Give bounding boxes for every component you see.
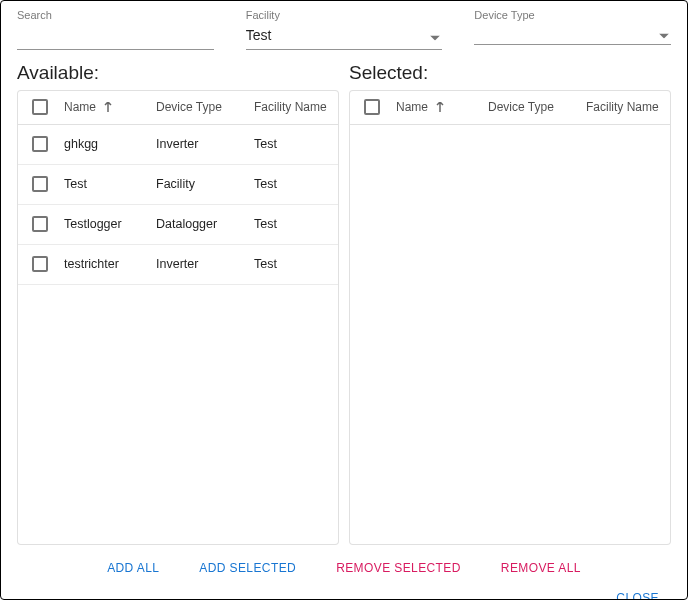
facility-field: Facility Test [246,9,443,50]
row-checkbox[interactable] [32,216,48,232]
col-device-header[interactable]: Device Type [488,100,554,114]
filters-bar: Search Facility Test Device Type [17,9,671,50]
actions-row: ADD ALL ADD SELECTED REMOVE SELECTED REM… [17,555,671,581]
search-field: Search [17,9,214,50]
cell-name: ghkgg [58,124,150,164]
cell-name: Test [58,164,150,204]
cell-facility: Test [248,204,338,244]
table-row[interactable]: Testlogger Datalogger Test [18,204,338,244]
select-all-checkbox[interactable] [364,99,380,115]
row-checkbox[interactable] [32,176,48,192]
cell-name: testrichter [58,244,150,284]
cell-facility: Test [248,124,338,164]
facility-select[interactable]: Test [246,23,443,50]
cell-device: Datalogger [150,204,248,244]
selected-panel: Selected: Name Device Type [349,58,671,545]
col-name-header[interactable]: Name [396,100,428,114]
col-device-header[interactable]: Device Type [156,100,222,114]
available-title: Available: [17,62,339,84]
col-name-header[interactable]: Name [64,100,96,114]
available-table: Name Device Type Facility Name [17,90,339,545]
col-facility-header[interactable]: Facility Name [254,100,327,114]
available-panel: Available: Name Device Type [17,58,339,545]
remove-selected-button[interactable]: REMOVE SELECTED [328,555,469,581]
table-row[interactable]: testrichter Inverter Test [18,244,338,284]
select-all-checkbox[interactable] [32,99,48,115]
device-type-value [474,23,671,44]
cell-facility: Test [248,164,338,204]
add-selected-button[interactable]: ADD SELECTED [191,555,304,581]
device-type-field: Device Type [474,9,671,50]
facility-label: Facility [246,9,443,21]
row-checkbox[interactable] [32,256,48,272]
close-button[interactable]: CLOSE [608,585,667,600]
remove-all-button[interactable]: REMOVE ALL [493,555,589,581]
sort-asc-icon [103,101,113,115]
selected-title: Selected: [349,62,671,84]
sort-asc-icon [435,101,445,115]
cell-device: Facility [150,164,248,204]
device-type-select[interactable] [474,23,671,45]
search-label: Search [17,9,214,21]
add-all-button[interactable]: ADD ALL [99,555,167,581]
search-input[interactable] [17,23,214,50]
cell-name: Testlogger [58,204,150,244]
row-checkbox[interactable] [32,136,48,152]
device-type-label: Device Type [474,9,671,21]
table-row[interactable]: ghkgg Inverter Test [18,124,338,164]
dialog-actions: CLOSE [17,581,671,600]
cell-device: Inverter [150,124,248,164]
col-facility-header[interactable]: Facility Name [586,100,659,114]
facility-value: Test [246,23,443,49]
selected-table: Name Device Type Facility Name [349,90,671,545]
cell-device: Inverter [150,244,248,284]
table-row[interactable]: Test Facility Test [18,164,338,204]
cell-facility: Test [248,244,338,284]
